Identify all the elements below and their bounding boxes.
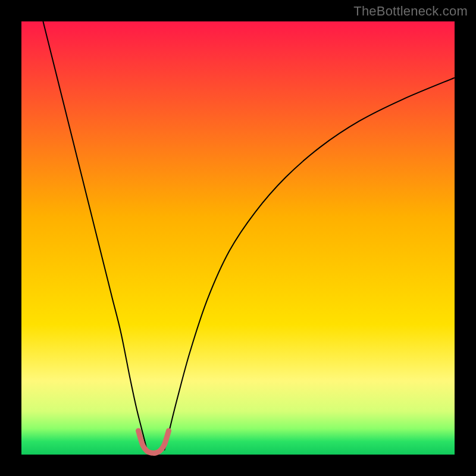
watermark-label: TheBottleneck.com [353,4,468,19]
chart-stage: TheBottleneck.com [0,0,476,476]
gradient-background [21,21,455,455]
bottleneck-chart [0,0,476,476]
